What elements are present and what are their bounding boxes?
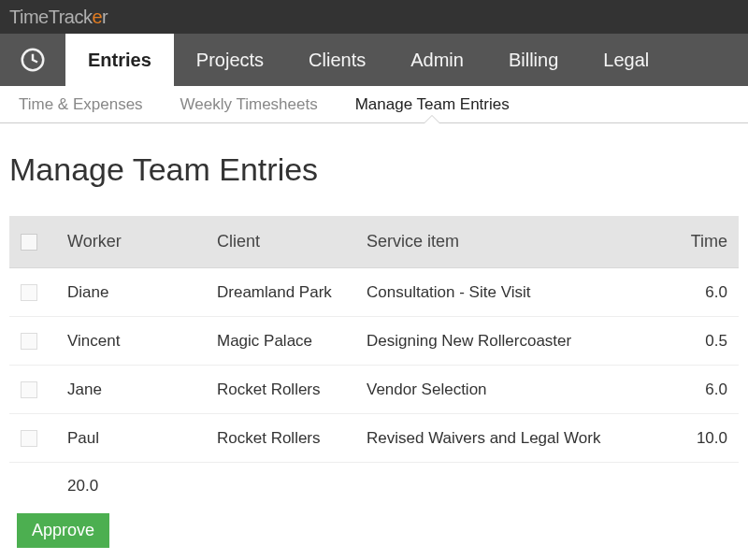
cell-client: Dreamland Park [217, 283, 367, 302]
nav-tab-admin[interactable]: Admin [388, 34, 486, 86]
cell-client: Rocket Rollers [217, 381, 367, 399]
cell-service: Designing New Rollercoaster [367, 332, 662, 351]
main-nav: Entries Projects Clients Admin Billing L… [0, 34, 748, 86]
nav-label: Entries [88, 50, 151, 71]
cell-time: 6.0 [662, 381, 727, 399]
col-header-service[interactable]: Service item [367, 232, 662, 251]
clock-icon[interactable] [0, 34, 65, 86]
cell-client: Magic Palace [217, 332, 367, 351]
cell-worker: Paul [67, 429, 217, 448]
row-checkbox[interactable] [21, 381, 37, 398]
cell-service: Consultation - Site Visit [367, 283, 662, 302]
table-row: Vincent Magic Palace Designing New Rolle… [9, 317, 739, 366]
nav-label: Clients [309, 50, 366, 71]
select-all-checkbox[interactable] [21, 234, 37, 251]
subnav-manage-team-entries[interactable]: Manage Team Entries [337, 86, 528, 122]
nav-label: Projects [196, 50, 264, 71]
subnav-label: Manage Team Entries [355, 95, 510, 114]
table-row: Diane Dreamland Park Consultation - Site… [9, 268, 739, 317]
cell-time: 0.5 [662, 332, 727, 351]
cell-time: 10.0 [662, 429, 727, 448]
col-header-client[interactable]: Client [217, 232, 367, 251]
page-title: Manage Team Entries [9, 151, 739, 188]
nav-tab-clients[interactable]: Clients [286, 34, 388, 86]
cell-time: 6.0 [662, 283, 727, 302]
logo-text-post: r [102, 7, 108, 27]
table-header: Worker Client Service item Time [9, 216, 739, 268]
cell-service: Revised Waivers and Legal Work [367, 429, 662, 448]
approve-button[interactable]: Approve [17, 513, 109, 548]
row-checkbox[interactable] [21, 333, 37, 350]
sub-nav: Time & Expenses Weekly Timesheets Manage… [0, 86, 748, 123]
subnav-weekly-timesheets[interactable]: Weekly Timesheets [162, 86, 337, 122]
nav-tab-billing[interactable]: Billing [486, 34, 581, 86]
entries-table: Worker Client Service item Time Diane Dr… [9, 216, 739, 510]
page-content: Manage Team Entries Worker Client Servic… [0, 123, 748, 560]
cell-worker: Diane [67, 283, 217, 302]
subnav-time-expenses[interactable]: Time & Expenses [0, 86, 162, 122]
total-value: 20.0 [67, 477, 98, 495]
nav-tab-legal[interactable]: Legal [581, 34, 671, 86]
nav-label: Admin [410, 50, 464, 71]
row-checkbox[interactable] [21, 284, 37, 301]
top-bar: TimeTracker [0, 0, 748, 34]
logo-accent: e [92, 7, 102, 27]
subnav-label: Time & Expenses [19, 95, 143, 114]
nav-label: Billing [509, 50, 558, 71]
cell-service: Vendor Selection [367, 381, 662, 399]
table-row: Paul Rocket Rollers Revised Waivers and … [9, 414, 739, 463]
logo-text-pre: TimeTrack [9, 7, 92, 27]
nav-label: Legal [603, 50, 649, 71]
nav-tab-projects[interactable]: Projects [174, 34, 286, 86]
app-logo: TimeTracker [9, 7, 108, 28]
col-header-worker[interactable]: Worker [67, 232, 217, 251]
cell-worker: Vincent [67, 332, 217, 351]
cell-worker: Jane [67, 381, 217, 399]
table-row: Jane Rocket Rollers Vendor Selection 6.0 [9, 366, 739, 414]
subnav-label: Weekly Timesheets [180, 95, 318, 114]
col-header-time[interactable]: Time [662, 232, 727, 251]
nav-tab-entries[interactable]: Entries [65, 34, 174, 86]
row-checkbox[interactable] [21, 430, 37, 447]
total-row: 20.0 [9, 463, 739, 510]
cell-client: Rocket Rollers [217, 429, 367, 448]
